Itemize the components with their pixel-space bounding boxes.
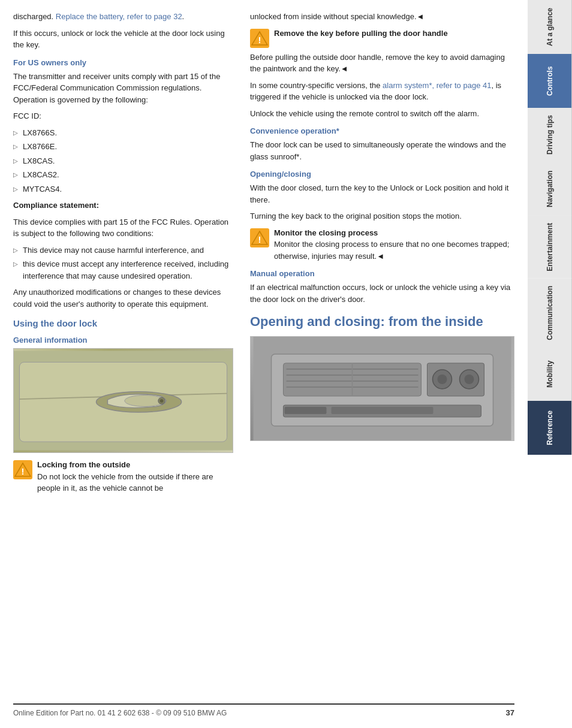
sidebar-tab-mobility[interactable]: Mobility <box>528 347 572 401</box>
fcc-id-5: MYTCAS4. <box>13 183 233 195</box>
para-discharged: discharged. Replace the battery, refer t… <box>13 11 233 23</box>
para-remove-key: Before pulling the outside door handle, … <box>250 52 514 75</box>
para-unlock-key: If this occurs, unlock or lock the vehic… <box>13 28 233 51</box>
alarm-link[interactable]: alarm system*, refer to page 41 <box>383 81 491 90</box>
right-column: unlocked from inside without special kno… <box>244 11 514 701</box>
compliance-heading: Compliance statement: <box>13 200 233 212</box>
footer-text: Online Edition for Part no. 01 41 2 602 … <box>13 709 227 717</box>
manual-operation-heading: Manual operation <box>250 269 514 278</box>
battery-link[interactable]: Replace the battery, refer to page 32 <box>56 12 182 21</box>
para-unlocked: unlocked from inside without special kno… <box>250 11 514 23</box>
fcc-id-list: LX8766S. LX8766E. LX8CAS. LX8CAS2. MYTCA… <box>13 127 233 195</box>
unauthorized-para: Any unauthorized modifications or change… <box>13 286 233 310</box>
warning1-heading: Locking from the outside <box>37 460 130 469</box>
svg-point-6 <box>160 399 164 403</box>
main-content: discharged. Replace the battery, refer t… <box>0 0 528 728</box>
opening-closing-text2: Turning the key back to the original pos… <box>250 210 514 222</box>
sidebar-tabs: At a glance Controls Driving tips Naviga… <box>528 0 572 728</box>
svg-point-25 <box>465 374 474 384</box>
convenience-heading: Convenience operation* <box>250 126 514 135</box>
sidebar-tab-navigation[interactable]: Navigation <box>528 162 572 216</box>
para-unlock-remote: Unlock the vehicle using the remote cont… <box>250 108 514 120</box>
separator-line <box>13 703 514 705</box>
sidebar-tab-at-a-glance[interactable]: At a glance <box>528 0 572 54</box>
left-column: discharged. Replace the battery, refer t… <box>13 11 244 701</box>
warning3-heading: Monitor the closing process <box>274 228 378 237</box>
warning-icon-2: ! <box>250 29 269 48</box>
convenience-text: The door lock can be used to simultaneou… <box>250 139 514 162</box>
svg-rect-28 <box>285 407 327 414</box>
sidebar-tab-communication[interactable]: Communication <box>528 279 572 348</box>
svg-text:!: ! <box>258 35 261 45</box>
warning-icon-1: ! <box>13 460 32 479</box>
two-col-layout: discharged. Replace the battery, refer t… <box>13 11 514 701</box>
fcc-para1: The transmitter and receiver units compl… <box>13 71 233 106</box>
warning2-heading: Remove the key before pulling the door h… <box>274 29 448 38</box>
large-section-heading: Opening and closing: from the inside <box>250 313 514 330</box>
warning-remove-key: ! Remove the key before pulling the door… <box>250 28 514 48</box>
opening-closing-heading: Opening/closing <box>250 170 514 179</box>
fcc-id-3: LX8CAS. <box>13 155 233 167</box>
sidebar-tab-entertainment[interactable]: Entertainment <box>528 216 572 279</box>
warning-locking-outside: ! Locking from the outside Do not lock t… <box>13 459 233 494</box>
svg-text:!: ! <box>22 466 25 476</box>
warning-monitor: ! Monitor the closing process Monitor th… <box>250 227 514 262</box>
using-door-lock-heading: Using the door lock <box>13 318 233 328</box>
fcc-id-label: FCC ID: <box>13 110 233 122</box>
general-information-heading: General information <box>13 336 233 345</box>
svg-rect-27 <box>332 407 433 414</box>
warning3-text: Monitor the closing process to ensure th… <box>274 240 509 261</box>
sidebar-tab-controls[interactable]: Controls <box>528 54 572 108</box>
compliance-item-1: This device may not cause harmful interf… <box>13 244 233 256</box>
for-us-heading: For US owners only <box>13 58 233 67</box>
sidebar-tab-reference[interactable]: Reference <box>528 401 572 455</box>
svg-text:!: ! <box>258 234 261 244</box>
sidebar-tab-driving-tips[interactable]: Driving tips <box>528 108 572 162</box>
manual-operation-text: If an electrical malfunction occurs, loc… <box>250 282 514 305</box>
warning-icon-3: ! <box>250 228 269 247</box>
door-handle-image <box>13 348 233 453</box>
para-country-specific: In some country-specific versions, the a… <box>250 80 514 103</box>
warning1-text: Do not lock the vehicle from the outside… <box>37 472 213 493</box>
compliance-para: This device complies with part 15 of the… <box>13 216 233 240</box>
page-number: 37 <box>506 708 514 717</box>
compliance-list: This device may not cause harmful interf… <box>13 244 233 282</box>
fcc-id-1: LX8766S. <box>13 127 233 139</box>
fcc-id-2: LX8766E. <box>13 141 233 153</box>
compliance-item-2: this device must accept any interference… <box>13 258 233 282</box>
footer-area: Online Edition for Part no. 01 41 2 602 … <box>13 701 514 717</box>
inside-door-image <box>250 336 514 441</box>
svg-point-23 <box>438 374 447 384</box>
opening-closing-text1: With the door closed, turn the key to th… <box>250 182 514 206</box>
fcc-id-4: LX8CAS2. <box>13 169 233 181</box>
